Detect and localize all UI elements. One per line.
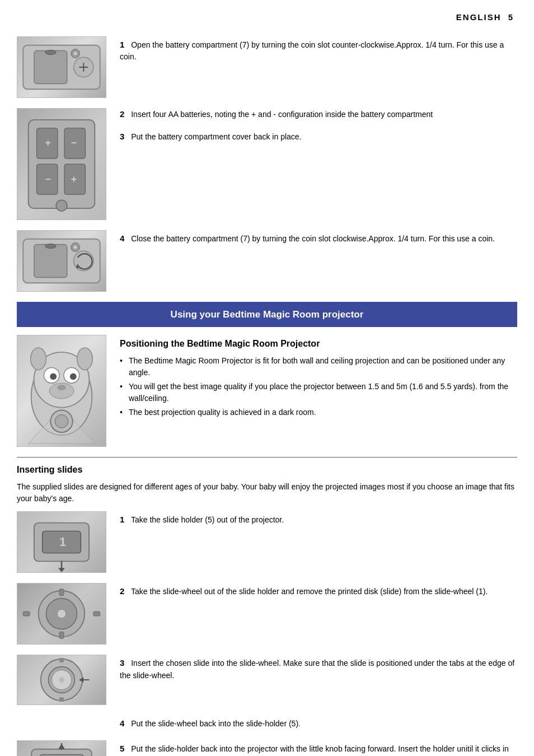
slide-step-5-svg: 1 — [17, 741, 106, 757]
svg-text:+: + — [71, 173, 77, 184]
positioning-text-block: Positioning the Bedtime Magic Room Proje… — [120, 335, 517, 423]
slide-step-1-text: Take the slide holder (5) out of the pro… — [131, 515, 284, 524]
battery-step-2-number: 2 — [120, 109, 124, 119]
svg-rect-55 — [59, 697, 64, 702]
battery-step-4-number: 4 — [120, 234, 124, 243]
slide-step-1-image: 1 — [17, 511, 106, 573]
slide-step-4-content: 4 Put the slide-wheel back into the slid… — [120, 715, 517, 730]
battery-step-1-number: 1 — [120, 40, 124, 49]
slide-step-4: 4 Put the slide-wheel back into the slid… — [120, 715, 517, 730]
battery-step-2-text: Insert four AA batteries, noting the + a… — [131, 110, 433, 119]
svg-point-45 — [57, 609, 66, 618]
slide-step-2-svg — [17, 584, 106, 644]
positioning-bullet-1: The Bedtime Magic Room Projector is fit … — [120, 355, 517, 379]
section-banner: Using your Bedtime Magic Room projector — [17, 302, 517, 328]
slide-step-2: 2 Take the slide-wheel out of the slide … — [17, 583, 517, 645]
battery-steps-2-3: + − − + 2 Insert four AA batteries, noti… — [17, 108, 517, 220]
page-header: ENGLISH 5 — [17, 11, 517, 26]
inserting-slides-intro: The supplied slides are designed for dif… — [17, 481, 517, 505]
slide-step-3-content: 3 Insert the chosen slide into the slide… — [120, 655, 517, 682]
svg-point-34 — [57, 385, 66, 390]
svg-rect-48 — [23, 612, 30, 616]
svg-rect-49 — [93, 612, 100, 616]
battery-step-1-text: Open the battery compartment (7) by turn… — [120, 40, 504, 62]
svg-point-24 — [74, 245, 77, 249]
positioning-bullets: The Bedtime Magic Room Projector is fit … — [120, 355, 517, 418]
slide-step-2-image — [17, 583, 106, 645]
battery-steps-2-3-content: 2 Insert four AA batteries, noting the +… — [120, 108, 517, 153]
svg-point-31 — [31, 348, 46, 370]
slide-step-4-text: Put the slide-wheel back into the slide-… — [131, 719, 301, 728]
slide-step-3-number: 3 — [120, 658, 124, 668]
svg-rect-19 — [34, 244, 67, 277]
slide-step-3: 3 Insert the chosen slide into the slide… — [17, 655, 517, 705]
svg-text:+: + — [45, 137, 50, 148]
svg-text:1: 1 — [59, 535, 66, 549]
svg-point-7 — [74, 52, 77, 55]
slide-step-5: 1 5 Put the slide-holder back into the p… — [17, 740, 517, 757]
battery-step-4: 4 Close the battery compartment (7) by t… — [17, 230, 517, 292]
svg-rect-54 — [59, 658, 64, 662]
positioning-svg — [17, 335, 106, 446]
slide-step-1-svg: 1 — [17, 512, 106, 572]
battery-step-2-svg: + − − + — [17, 109, 106, 220]
slide-step-4-number: 4 — [120, 718, 124, 728]
slide-step-2-number: 2 — [120, 586, 124, 596]
battery-step-2-item: 2 Insert four AA batteries, noting the +… — [120, 108, 517, 121]
slide-step-2-text: Take the slide-wheel out of the slide ho… — [131, 587, 488, 596]
battery-step-1-svg — [17, 37, 106, 97]
battery-step-4-svg — [17, 231, 106, 291]
battery-step-3-text: Put the battery compartment cover back i… — [131, 132, 301, 141]
svg-point-22 — [45, 244, 57, 248]
svg-marker-63 — [58, 743, 65, 749]
slide-step-5-text: Put the slide-holder back into the proje… — [120, 744, 509, 757]
page-number: 5 — [508, 12, 514, 22]
slide-step-1: 1 1 Take the slide holder (5) out of the… — [17, 511, 517, 573]
inserting-slides-title: Inserting slides — [17, 463, 517, 477]
svg-point-32 — [77, 348, 93, 370]
battery-step-1-image — [17, 36, 106, 98]
slide-step-5-number: 5 — [120, 744, 124, 753]
positioning-image — [17, 335, 106, 447]
positioning-bullet-3: The best projection quality is achieved … — [120, 407, 517, 418]
section-banner-label: Using your Bedtime Magic Room projector — [171, 309, 364, 320]
inserting-slides-section: Inserting slides The supplied slides are… — [17, 457, 517, 756]
svg-text:−: − — [71, 137, 77, 148]
battery-step-4-image — [17, 230, 106, 292]
slide-step-3-text: Insert the chosen slide into the slide-w… — [120, 659, 514, 680]
svg-point-53 — [59, 677, 64, 683]
svg-rect-1 — [34, 50, 67, 83]
battery-step-4-text: Close the battery compartment (7) by tur… — [131, 234, 495, 243]
battery-step-1-content: 1 Open the battery compartment (7) by tu… — [120, 36, 517, 63]
battery-step-1: 1 Open the battery compartment (7) by tu… — [17, 36, 517, 98]
slide-step-1-number: 1 — [120, 515, 124, 524]
slide-step-3-svg — [17, 655, 106, 704]
section-divider — [17, 457, 517, 458]
slide-step-1-content: 1 Take the slide holder (5) out of the p… — [120, 511, 517, 526]
battery-step-3-item: 3 Put the battery compartment cover back… — [120, 130, 517, 143]
positioning-bullet-2: You will get the best image quality if y… — [120, 381, 517, 404]
svg-point-17 — [56, 200, 67, 211]
svg-point-37 — [55, 414, 68, 428]
svg-point-5 — [45, 50, 57, 54]
slide-step-3-image — [17, 655, 106, 705]
battery-step-4-content: 4 Close the battery compartment (7) by t… — [120, 230, 517, 245]
slide-step-5-content: 5 Put the slide-holder back into the pro… — [120, 740, 517, 757]
battery-step-3-number: 3 — [120, 132, 124, 141]
language-label: ENGLISH — [456, 12, 502, 22]
svg-text:−: − — [45, 173, 50, 184]
positioning-section: Positioning the Bedtime Magic Room Proje… — [17, 335, 517, 447]
svg-rect-47 — [59, 632, 64, 638]
slide-step-2-content: 2 Take the slide-wheel out of the slide … — [120, 583, 517, 598]
svg-point-29 — [50, 373, 57, 380]
slide-step-5-image: 1 — [17, 740, 106, 757]
svg-marker-42 — [58, 568, 65, 572]
svg-rect-46 — [59, 589, 64, 596]
positioning-title: Positioning the Bedtime Magic Room Proje… — [120, 337, 517, 351]
battery-step-2-image: + − − + — [17, 108, 106, 220]
svg-point-30 — [70, 373, 77, 380]
